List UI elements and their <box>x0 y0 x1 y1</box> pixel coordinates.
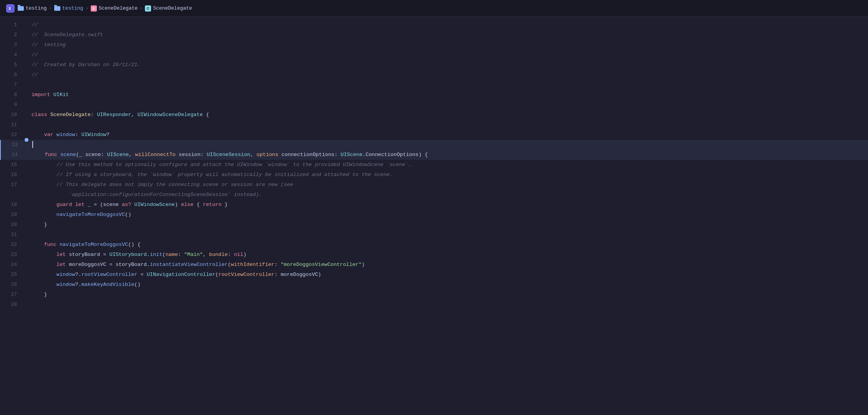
code-token <box>32 162 57 168</box>
code-token: ( <box>228 262 231 267</box>
code-token <box>32 212 57 217</box>
line-number: 25 <box>0 270 23 280</box>
line-content: import UIKit <box>28 90 868 100</box>
line-number: 11 <box>0 120 23 130</box>
code-token: var <box>44 132 53 138</box>
code-token: UIWindow <box>81 132 106 138</box>
code-token: // testing <box>32 42 66 48</box>
code-token: // <box>32 72 38 78</box>
line-content: var window: UIWindow? <box>28 130 868 140</box>
line-number: 13 <box>1 140 24 150</box>
code-token: UIStoryboard <box>110 252 147 257</box>
code-token: window <box>57 282 75 287</box>
code-token: : moreDoggosVC) <box>274 272 321 277</box>
code-line: 7 <box>0 80 868 90</box>
line-number: 22 <box>0 240 23 250</box>
code-token: // This delegate does not imply the conn… <box>57 182 293 188</box>
code-line: 18 guard let _ = (scene as? UIWindowScen… <box>0 200 868 210</box>
code-line: 17 // This delegate does not imply the c… <box>0 180 868 190</box>
code-line: 22 func navigateToMoreDoggosVC() { <box>0 240 868 250</box>
code-line: 1// <box>0 20 868 30</box>
code-token: UISceneSession <box>207 152 250 158</box>
line-number: 5 <box>0 60 23 70</box>
line-content: navigateToMoreDoggosVC() <box>28 210 868 220</box>
code-token: () <box>134 282 140 287</box>
code-token: window <box>57 132 75 138</box>
breadcrumb-sep-2: › <box>85 6 88 11</box>
line-content: } <box>28 290 868 300</box>
code-token: navigateToMoreDoggosVC <box>57 212 125 217</box>
code-token: ?. <box>75 272 81 277</box>
line-number: 3 <box>0 40 23 50</box>
breadcrumb-symbol-label: SceneDelegate <box>153 5 192 11</box>
line-content: func navigateToMoreDoggosVC() { <box>28 240 868 250</box>
code-token <box>32 252 57 257</box>
code-line: 21 <box>0 230 868 240</box>
code-token: guard <box>57 202 72 208</box>
code-token: } <box>32 292 47 297</box>
breadcrumb-symbol[interactable]: C SceneDelegate <box>145 5 192 12</box>
code-token: , <box>250 152 256 158</box>
line-number: 15 <box>0 160 23 170</box>
code-token: storyBoard = <box>66 252 109 257</box>
swift-icon: S <box>91 5 97 12</box>
line-number: 8 <box>0 90 23 100</box>
code-token: willConnectTo <box>135 152 175 158</box>
code-token: func <box>45 152 57 158</box>
code-line: 16 // If using a storyboard, the `window… <box>0 170 868 180</box>
line-number: 21 <box>0 230 23 240</box>
breadcrumb-file[interactable]: S SceneDelegate <box>91 5 138 12</box>
code-token: nil <box>234 252 243 257</box>
line-content: window?.makeKeyAndVisible() <box>28 280 868 290</box>
breadcrumb-project-label: testing <box>26 5 47 11</box>
line-content: let moreDoggosVC = storyBoard.instantiat… <box>28 260 868 270</box>
code-token: . <box>147 252 150 257</box>
breadcrumb-folder-label: testing <box>62 5 83 11</box>
code-line: 28 <box>0 300 868 310</box>
code-line: 26 window?.makeKeyAndVisible() <box>0 280 868 290</box>
code-token: func <box>44 242 56 247</box>
line-number: 28 <box>0 300 23 310</box>
code-line: 4// <box>0 50 868 60</box>
code-token: = <box>137 272 146 277</box>
code-token: } <box>32 222 47 227</box>
code-token <box>32 202 57 208</box>
line-number: 14 <box>1 150 24 160</box>
breadcrumb-project[interactable]: testing <box>18 5 47 11</box>
code-token: UIResponder <box>97 112 131 118</box>
code-line: 19 navigateToMoreDoggosVC() <box>0 210 868 220</box>
line-number: 2 <box>0 30 23 40</box>
breadcrumb-folder[interactable]: testing <box>54 5 83 11</box>
text-cursor <box>32 141 33 148</box>
code-token: (_ scene: <box>76 152 107 158</box>
line-number: 10 <box>0 110 23 120</box>
code-line: 25 window?.rootViewController = UINaviga… <box>0 270 868 280</box>
code-line: 2// SceneDelegate.swift <box>0 30 868 40</box>
code-line: 14 func scene(_ scene: UIScene, willConn… <box>0 150 868 160</box>
folder-icon <box>18 6 24 11</box>
code-token: return <box>203 202 222 208</box>
code-token: () <box>125 212 131 217</box>
code-token: let <box>57 262 66 267</box>
code-token: : <box>75 132 81 138</box>
code-line: 9 <box>0 100 868 110</box>
breadcrumb-sep-1: › <box>49 6 52 11</box>
title-bar: X testing › testing › S SceneDelegate › … <box>0 0 868 17</box>
line-content: let storyBoard = UIStoryboard.init(name:… <box>28 250 868 260</box>
code-editor[interactable]: 1//2// SceneDelegate.swift3// testing4//… <box>0 17 868 415</box>
code-token: `application:configurationForConnectingS… <box>69 192 262 198</box>
code-token: withIdentifier <box>231 262 274 267</box>
code-token: ( <box>215 272 218 277</box>
line-content: // <box>28 50 868 60</box>
code-token: SceneDelegate <box>50 112 91 118</box>
app-icon: X <box>6 4 15 13</box>
code-token: // If using a storyboard, the `window` p… <box>57 172 393 178</box>
line-number: 20 <box>0 220 23 230</box>
code-token <box>32 262 57 267</box>
code-token <box>53 132 57 138</box>
line-content: // This delegate does not imply the conn… <box>28 180 868 190</box>
code-token: "moreDoggosViewController" <box>281 262 362 267</box>
line-content: // If using a storyboard, the `window` p… <box>28 170 868 180</box>
line-number: 27 <box>0 290 23 300</box>
line-number: 7 <box>0 80 23 90</box>
